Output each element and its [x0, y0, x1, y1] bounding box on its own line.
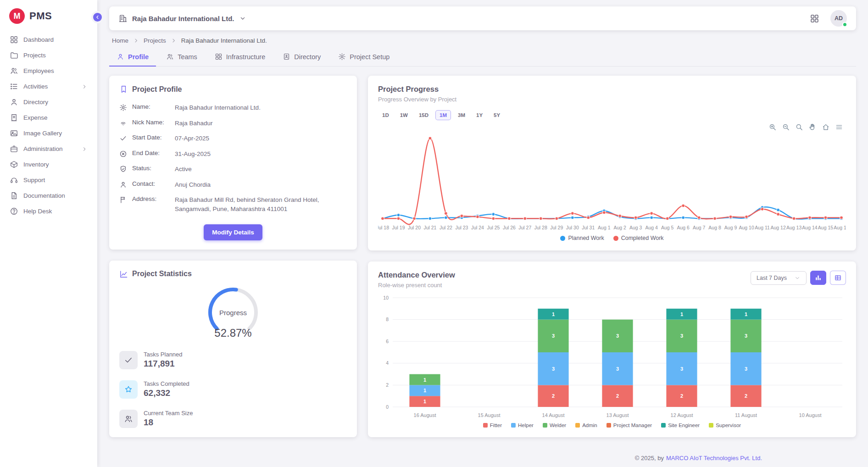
table-view-button[interactable] — [830, 271, 846, 285]
users-icon — [10, 67, 18, 75]
tab-directory[interactable]: Directory — [275, 48, 328, 67]
left-column: Project Profile Name: Raja Bahadur Inter… — [109, 76, 357, 437]
legend-label: Completed Work — [621, 235, 664, 241]
company-selector[interactable]: Raja Bahadur International Ltd. — [132, 15, 234, 22]
profile-field-start-date: Start Date: 07-Apr-2025 — [119, 131, 347, 146]
legend-item-supervisor[interactable]: Supervisor — [709, 423, 741, 428]
range-1m-button[interactable]: 1M — [435, 110, 451, 120]
chevron-down-icon[interactable] — [239, 15, 246, 22]
chevron-right-icon — [133, 37, 139, 44]
chart-view-button[interactable] — [810, 271, 826, 285]
pan-icon[interactable] — [808, 123, 817, 131]
stat-label: Tasks Completed — [144, 380, 189, 387]
line-chart-svg[interactable]: Jul 18Jul 19Jul 20Jul 21Jul 22Jul 23Jul … — [378, 123, 846, 233]
chevron-left-icon — [95, 14, 100, 20]
breadcrumb-home[interactable]: Home — [112, 37, 128, 44]
svg-text:Jul 27: Jul 27 — [518, 225, 531, 230]
sidebar-item-activities[interactable]: Activities — [5, 79, 93, 94]
selection-zoom-icon[interactable] — [795, 123, 803, 131]
sidebar-item-help-desk[interactable]: Help Desk — [5, 204, 93, 219]
apps-grid-icon[interactable] — [810, 14, 819, 23]
app-logo[interactable]: M PMS — [0, 0, 97, 29]
sidebar-item-administration[interactable]: Administration — [5, 141, 93, 156]
building-icon — [118, 14, 128, 23]
sidebar-item-directory[interactable]: Directory — [5, 95, 93, 110]
legend-item-fitter[interactable]: Fitter — [483, 423, 502, 428]
legend-label: Project Manager — [613, 423, 652, 428]
svg-text:3: 3 — [680, 333, 683, 339]
range-1y-button[interactable]: 1Y — [472, 110, 487, 120]
svg-text:Aug 1: Aug 1 — [598, 225, 611, 230]
tab-teams[interactable]: Teams — [159, 48, 205, 67]
range-15d-button[interactable]: 15D — [415, 110, 433, 120]
sidebar-item-support[interactable]: Support — [5, 172, 93, 188]
zoom-out-icon[interactable] — [782, 123, 790, 131]
zoom-in-icon[interactable] — [768, 123, 777, 131]
attendance-range-select[interactable]: Last 7 Days — [751, 271, 807, 285]
range-1w-button[interactable]: 1W — [396, 110, 412, 120]
chart-toolbar — [768, 123, 843, 131]
company-link[interactable]: MARCO AIoT Technologies Pvt. Ltd. — [666, 455, 762, 461]
attendance-subtitle: Role-wise present count — [378, 282, 455, 289]
top-header-bar: Raja Bahadur International Ltd. AD — [109, 6, 856, 30]
sidebar-item-employees[interactable]: Employees — [5, 63, 93, 78]
svg-text:1: 1 — [423, 388, 426, 393]
field-value: 31-Aug-2025 — [175, 150, 211, 159]
legend-item-site-engineer[interactable]: Site Engineer — [661, 423, 700, 428]
legend-label: Supervisor — [716, 423, 741, 428]
tab-profile[interactable]: Profile — [109, 48, 156, 67]
attendance-controls: Last 7 Days — [751, 271, 846, 285]
svg-text:Aug 4: Aug 4 — [645, 225, 658, 230]
menu-icon[interactable] — [835, 123, 843, 131]
avatar[interactable]: AD — [830, 10, 847, 27]
breadcrumb-projects[interactable]: Projects — [144, 37, 166, 44]
attendance-overview-card: Attendance Overview Role-wise present co… — [368, 261, 856, 437]
range-1d-button[interactable]: 1D — [378, 110, 393, 120]
svg-text:10 August: 10 August — [799, 412, 822, 418]
sidebar-item-dashboard[interactable]: Dashboard — [5, 32, 93, 47]
sidebar-item-label: Activities — [23, 83, 48, 90]
svg-text:Aug 6: Aug 6 — [677, 225, 690, 230]
legend-item-welder[interactable]: Welder — [543, 423, 566, 428]
sidebar-item-projects[interactable]: Projects — [5, 48, 93, 63]
field-value: 07-Apr-2025 — [175, 134, 209, 143]
legend-item-project-manager[interactable]: Project Manager — [606, 423, 652, 428]
profile-fields: Name: Raja Bahadur International Ltd. Ni… — [119, 100, 347, 217]
sidebar-item-expense[interactable]: Expense — [5, 110, 93, 125]
legend-item-admin[interactable]: Admin — [575, 423, 597, 428]
legend-marker — [483, 423, 488, 428]
flag-icon — [119, 196, 127, 204]
sidebar-collapse-button[interactable] — [91, 11, 104, 23]
team-icon — [119, 410, 138, 428]
statistics-card-title: Project Statistics — [119, 270, 347, 278]
star-icon — [119, 380, 138, 399]
chart-line-icon — [119, 270, 128, 278]
stat-value: 62,332 — [144, 388, 189, 398]
bar-chart-svg[interactable]: 024681011116 August15 August233114 Augus… — [378, 291, 846, 421]
main-content: Raja Bahadur International Ltd. AD Home … — [97, 0, 868, 467]
modify-details-button[interactable]: Modify Details — [204, 224, 262, 240]
range-5y-button[interactable]: 5Y — [490, 110, 504, 120]
svg-text:Jul 22: Jul 22 — [440, 225, 452, 230]
svg-text:3: 3 — [616, 333, 619, 339]
sidebar-item-inventory[interactable]: Inventory — [5, 157, 93, 172]
legend-item-planned-work[interactable]: Planned Work — [560, 235, 604, 241]
profile-field-end-date: End Date: 31-Aug-2025 — [119, 146, 347, 162]
legend-marker — [661, 423, 666, 428]
home-icon[interactable] — [822, 123, 830, 131]
legend-item-completed-work[interactable]: Completed Work — [613, 235, 664, 241]
gauge-value: 52.87% — [214, 327, 251, 339]
stat-label: Current Team Size — [144, 410, 193, 417]
legend-item-helper[interactable]: Helper — [511, 423, 534, 428]
chevron-right-icon — [81, 146, 88, 152]
tab-project-setup[interactable]: Project Setup — [331, 48, 397, 67]
project-profile-card: Project Profile Name: Raja Bahadur Inter… — [109, 76, 357, 250]
user-icon — [119, 181, 127, 189]
range-3m-button[interactable]: 3M — [454, 110, 469, 120]
sidebar-item-image-gallery[interactable]: Image Gallery — [5, 126, 93, 141]
sidebar-item-documentation[interactable]: Documentation — [5, 188, 93, 203]
project-statistics-card: Project Statistics Progress 52.87% Task — [109, 261, 357, 437]
logo-text: PMS — [29, 10, 52, 22]
tab-infrastructure[interactable]: Infrastructure — [207, 48, 273, 67]
legend-label: Welder — [550, 423, 566, 428]
